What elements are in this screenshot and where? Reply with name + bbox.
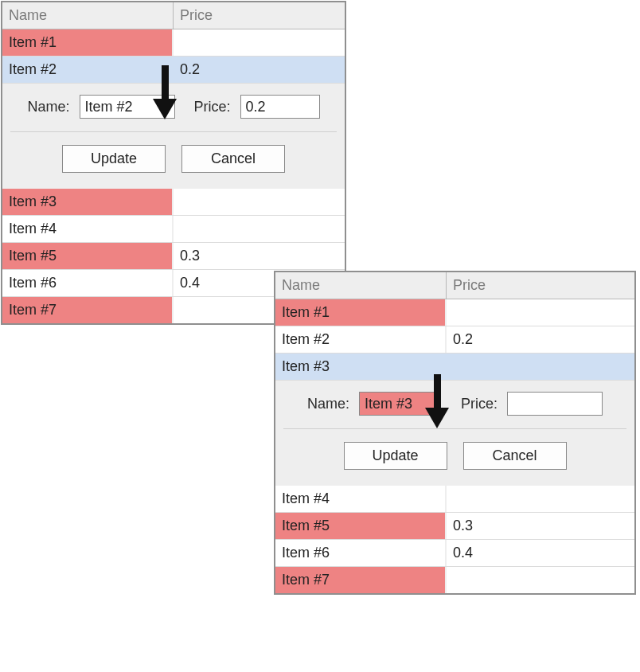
cell-name: Item #7 — [2, 297, 174, 323]
header-row: Name Price — [275, 272, 634, 299]
row-editor: Name: Price: Update Cancel — [2, 84, 345, 189]
table-row[interactable]: Item #1 — [2, 29, 345, 57]
price-label: Price: — [194, 99, 231, 115]
cell-name: Item #4 — [2, 216, 174, 242]
table-row[interactable]: Item #6 0.4 — [275, 540, 634, 567]
cell-price: 0.2 — [174, 57, 345, 83]
header-price[interactable]: Price — [447, 272, 634, 299]
price-input[interactable] — [240, 95, 320, 119]
cell-price — [447, 354, 634, 380]
table-row[interactable]: Item #2 0.2 — [275, 326, 634, 354]
cell-price: 0.3 — [174, 243, 345, 269]
table-row[interactable]: Item #3 — [2, 189, 345, 216]
name-label: Name: — [307, 396, 349, 412]
cell-name: Item #2 — [2, 57, 174, 83]
header-price[interactable]: Price — [174, 2, 345, 29]
table-row[interactable]: Item #4 — [275, 486, 634, 513]
cell-name: Item #3 — [2, 189, 174, 215]
cell-name: Item #1 — [275, 299, 447, 326]
table-row[interactable]: Item #7 — [275, 567, 634, 593]
cancel-button[interactable]: Cancel — [463, 442, 567, 470]
grid-panel-2: Name Price Item #1 Item #2 0.2 Item #3 N… — [274, 271, 636, 595]
price-input[interactable] — [507, 392, 603, 416]
cell-price — [174, 216, 345, 242]
header-name[interactable]: Name — [2, 2, 174, 29]
divider — [283, 428, 626, 429]
header-name[interactable]: Name — [275, 272, 447, 299]
cell-price — [447, 299, 634, 326]
name-input[interactable] — [359, 392, 439, 416]
table-row[interactable]: Item #5 0.3 — [275, 513, 634, 540]
cell-price — [447, 567, 634, 593]
cell-price: 0.4 — [447, 540, 634, 566]
cell-name: Item #1 — [2, 29, 174, 56]
divider — [10, 131, 337, 132]
cell-name: Item #6 — [2, 270, 174, 296]
table-row[interactable]: Item #1 — [275, 299, 634, 326]
name-input[interactable] — [80, 95, 175, 119]
table-row[interactable]: Item #4 — [2, 216, 345, 243]
update-button[interactable]: Update — [62, 145, 166, 173]
cell-name: Item #5 — [2, 243, 174, 269]
table-row-selected[interactable]: Item #3 — [275, 354, 634, 381]
table-row[interactable]: Item #5 0.3 — [2, 243, 345, 270]
row-editor: Name: Price: Update Cancel — [275, 381, 634, 486]
cell-name: Item #7 — [275, 567, 447, 593]
cell-price: 0.2 — [447, 326, 634, 353]
update-button[interactable]: Update — [344, 442, 447, 470]
table-row-selected[interactable]: Item #2 0.2 — [2, 57, 345, 84]
cell-name: Item #5 — [275, 513, 447, 539]
cell-name: Item #3 — [275, 354, 447, 380]
cell-name: Item #6 — [275, 540, 447, 566]
name-label: Name: — [27, 99, 69, 115]
cancel-button[interactable]: Cancel — [181, 145, 285, 173]
header-row: Name Price — [2, 2, 345, 29]
cell-price: 0.3 — [447, 513, 634, 539]
cell-price — [447, 486, 634, 512]
cell-price — [174, 189, 345, 215]
cell-name: Item #2 — [275, 326, 447, 353]
price-label: Price: — [461, 396, 498, 412]
cell-name: Item #4 — [275, 486, 447, 512]
cell-price — [174, 29, 345, 56]
